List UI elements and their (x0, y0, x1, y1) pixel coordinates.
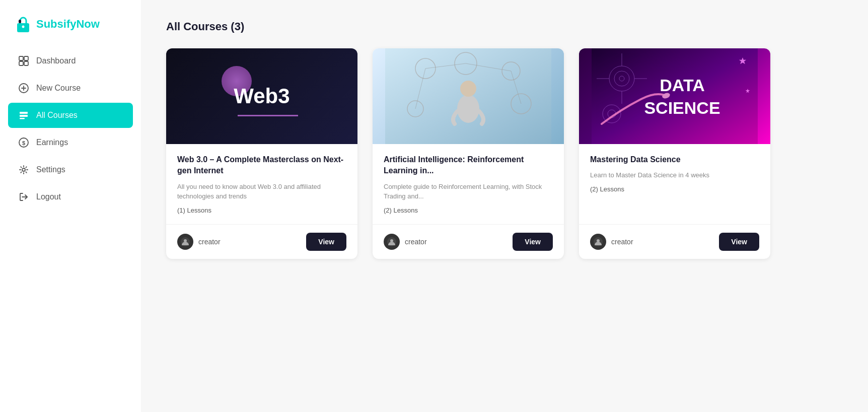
sidebar-item-new-course-label: New Course (36, 84, 81, 93)
course-desc-ds: Learn to Master Data Science in 4 weeks (590, 170, 759, 180)
course-lessons-ai: (2) Lessons (384, 207, 553, 214)
sidebar-item-dashboard-label: Dashboard (36, 56, 76, 65)
course-title-ai: Artificial Intelligence: Reinforcement L… (384, 154, 553, 177)
earnings-icon: $ (18, 137, 29, 148)
course-card-ds: DATA SCIENCE Mastering Data Science Lear… (579, 48, 770, 259)
course-desc-web3: All you need to know about Web 3.0 and a… (177, 182, 346, 201)
sidebar-item-logout-label: Logout (36, 192, 61, 201)
view-button-ai[interactable]: View (513, 233, 553, 251)
svg-rect-10 (20, 112, 28, 114)
course-lessons-ds: (2) Lessons (590, 185, 759, 193)
sidebar-item-earnings[interactable]: $ Earnings (8, 130, 133, 155)
course-footer-ai: creator View (373, 224, 564, 259)
sidebar-item-dashboard[interactable]: Dashboard (8, 48, 133, 74)
course-title-web3: Web 3.0 – A Complete Masterclass on Next… (177, 154, 346, 177)
new-course-icon (18, 83, 29, 94)
course-card-web3: Web3 Web 3.0 – A Complete Masterclass on… (166, 48, 357, 259)
svg-rect-6 (24, 61, 28, 65)
all-courses-icon (18, 110, 29, 121)
ai-thumbnail-svg (373, 48, 564, 144)
logo: SubsifyNow (0, 10, 141, 48)
course-footer-ds: creator View (579, 224, 770, 259)
svg-point-15 (22, 168, 25, 171)
web3-underline (238, 115, 298, 116)
creator-info-ai: creator (384, 234, 427, 250)
creator-name-web3: creator (198, 238, 221, 246)
main-content: All Courses (3) Web3 Web 3.0 – A Complet… (141, 0, 868, 412)
svg-rect-4 (24, 56, 28, 60)
page-title: All Courses (3) (166, 20, 843, 33)
dashboard-icon (18, 55, 29, 66)
sidebar-item-all-courses-label: All Courses (36, 111, 78, 120)
course-footer-web3: creator View (166, 224, 357, 259)
svg-point-30 (460, 81, 476, 97)
course-title-ds: Mastering Data Science (590, 154, 759, 165)
logout-icon (18, 191, 29, 202)
svg-rect-5 (19, 61, 23, 65)
course-thumbnail-ai (373, 48, 564, 144)
sidebar-item-logout[interactable]: Logout (8, 184, 133, 210)
svg-text:$: $ (22, 140, 25, 146)
svg-rect-33 (592, 48, 758, 144)
logo-text: SubsifyNow (36, 18, 100, 31)
sidebar-item-all-courses[interactable]: All Courses (8, 103, 133, 128)
svg-rect-11 (20, 115, 28, 117)
creator-name-ds: creator (611, 238, 633, 246)
sidebar-item-new-course[interactable]: New Course (8, 76, 133, 101)
svg-text:SCIENCE: SCIENCE (644, 98, 720, 117)
sidebar: SubsifyNow Dashboard (0, 0, 141, 412)
svg-rect-1 (19, 20, 21, 23)
nav-menu: Dashboard New Course All C (0, 48, 141, 210)
web3-thumbnail-text: Web3 (234, 84, 290, 108)
creator-info-ds: creator (590, 234, 633, 250)
creator-avatar-ds (590, 234, 606, 250)
creator-avatar-web3 (177, 234, 193, 250)
ds-thumbnail-svg: DATA SCIENCE (579, 48, 770, 144)
course-thumbnail-ds: DATA SCIENCE (579, 48, 770, 144)
sidebar-item-settings[interactable]: Settings (8, 157, 133, 182)
settings-icon (18, 164, 29, 175)
sidebar-item-settings-label: Settings (36, 165, 65, 174)
creator-info-web3: creator (177, 234, 221, 250)
course-body-ai: Artificial Intelligence: Reinforcement L… (373, 144, 564, 224)
svg-point-29 (457, 95, 479, 123)
course-lessons-web3: (1) Lessons (177, 207, 346, 214)
view-button-ds[interactable]: View (719, 233, 759, 251)
course-body-ds: Mastering Data Science Learn to Master D… (579, 144, 770, 224)
svg-rect-12 (20, 118, 25, 119)
view-button-web3[interactable]: View (306, 233, 346, 251)
course-thumbnail-web3: Web3 (166, 48, 357, 144)
course-card-ai: Artificial Intelligence: Reinforcement L… (373, 48, 564, 259)
creator-avatar-ai (384, 234, 400, 250)
sidebar-item-earnings-label: Earnings (36, 138, 68, 147)
svg-point-2 (22, 26, 25, 28)
logo-icon (14, 15, 32, 33)
creator-name-ai: creator (405, 238, 427, 246)
svg-rect-3 (19, 56, 23, 60)
courses-grid: Web3 Web 3.0 – A Complete Masterclass on… (166, 48, 770, 259)
course-body-web3: Web 3.0 – A Complete Masterclass on Next… (166, 144, 357, 224)
svg-text:DATA: DATA (660, 76, 704, 95)
course-desc-ai: Complete guide to Reinforcement Learning… (384, 182, 553, 201)
